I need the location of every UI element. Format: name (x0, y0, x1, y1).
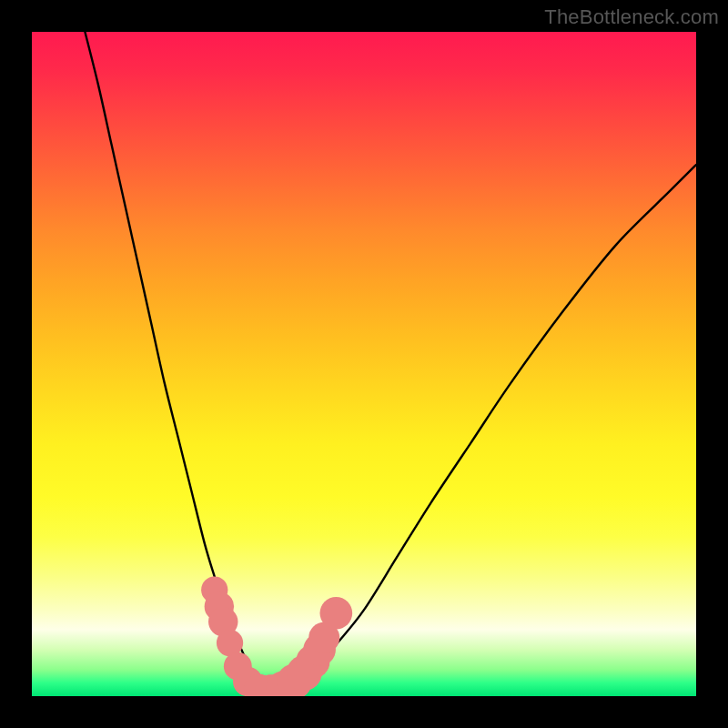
curve-marker (319, 597, 352, 630)
marker-group (201, 577, 352, 696)
chart-svg (32, 32, 696, 696)
chart-frame: TheBottleneck.com (0, 0, 728, 728)
bottleneck-curve (85, 32, 696, 690)
watermark-text: TheBottleneck.com (544, 5, 719, 29)
plot-area (32, 32, 696, 696)
